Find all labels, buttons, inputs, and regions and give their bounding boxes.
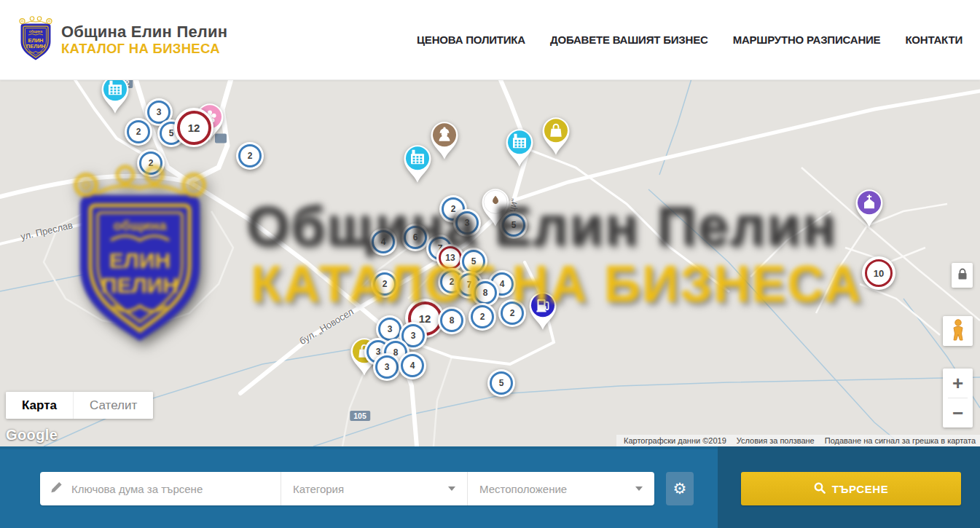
nav-item-add-business[interactable]: ДОБАВЕТЕ ВАШИЯТ БИЗНЕС <box>550 34 708 46</box>
main-nav: ЦЕНОВА ПОЛИТИКА ДОБАВЕТЕ ВАШИЯТ БИЗНЕС М… <box>417 34 963 46</box>
map-cluster-marker[interactable]: 2 <box>236 142 264 170</box>
category-select-label: Категория <box>293 483 344 495</box>
svg-text:ЕЛИН: ЕЛИН <box>28 37 43 44</box>
search-fields: Категория Местоположение <box>40 472 654 505</box>
map-pin-factory-icon[interactable] <box>503 127 536 168</box>
lock-control[interactable] <box>952 263 973 288</box>
search-bar: Категория Местоположение ⚙ ТЪРСЕНЕ <box>0 446 980 528</box>
zoom-in-button[interactable]: + <box>943 369 973 398</box>
maptype-map-button[interactable]: Карта <box>6 392 73 419</box>
gear-icon: ⚙ <box>673 480 687 497</box>
map-cluster-marker[interactable]: 2 <box>469 303 496 331</box>
municipality-crest-logo: община ЕЛИН ПЕЛИН <box>17 15 54 64</box>
zoom-out-button[interactable]: − <box>943 398 973 427</box>
keyword-search-input[interactable] <box>70 482 270 496</box>
nav-item-contacts[interactable]: КОНТАКТИ <box>905 34 963 46</box>
map-copyright: Картографски данни ©2019 <box>624 436 726 445</box>
padlock-icon <box>957 268 968 283</box>
site-logo-link[interactable]: община ЕЛИН ПЕЛИН Община Елин Пелин КАТА… <box>17 15 227 64</box>
map-pin-factory-icon[interactable] <box>99 80 131 114</box>
map-cluster-marker[interactable]: 3 <box>453 209 481 237</box>
map-pin-worker-icon[interactable] <box>428 119 460 160</box>
svg-text:ПЕЛИН: ПЕЛИН <box>26 43 45 50</box>
search-icon <box>814 482 826 496</box>
map-cluster-marker[interactable]: 6 <box>401 224 429 251</box>
pegman-control[interactable] <box>943 316 973 346</box>
category-select[interactable]: Категория <box>281 472 467 505</box>
map-cluster-marker[interactable]: 8 <box>471 279 499 307</box>
site-subtitle: КАТАЛОГ НА БИЗНЕСА <box>61 41 227 57</box>
map-cluster-marker[interactable]: 8 <box>438 307 466 334</box>
map-cluster-marker[interactable]: 4 <box>399 352 426 379</box>
map-cluster-marker[interactable]: 5 <box>487 369 515 397</box>
search-button[interactable]: ТЪРСЕНЕ <box>741 472 961 505</box>
site-title: Община Елин Пелин <box>61 23 227 41</box>
site-header: община ЕЛИН ПЕЛИН Община Елин Пелин КАТА… <box>0 0 980 80</box>
terms-link[interactable]: Условия за ползване <box>737 436 815 445</box>
pencil-icon <box>50 481 63 497</box>
map-cluster-marker[interactable]: 3 <box>373 353 401 381</box>
google-logo[interactable]: Google <box>6 427 58 444</box>
chevron-down-icon <box>448 486 455 491</box>
map-cluster-marker[interactable]: 4 <box>369 228 397 256</box>
map-cluster-marker[interactable]: 2 <box>371 270 399 298</box>
nav-item-route-schedule[interactable]: МАРШРУТНО РАЗПИСАНИЕ <box>733 34 881 46</box>
zoom-control: + − <box>943 369 973 427</box>
map-pin-church-icon[interactable] <box>853 187 885 228</box>
pegman-icon <box>950 319 966 344</box>
map-cluster-marker[interactable]: 2 <box>125 118 152 146</box>
chevron-down-icon <box>635 486 643 491</box>
advanced-settings-button[interactable]: ⚙ <box>666 472 694 505</box>
google-map-canvas[interactable]: 6002105 ул. Преславбул. „Новоселци“ <box>0 80 980 446</box>
maptype-control: Карта Сателит <box>6 392 153 419</box>
map-cluster-marker[interactable]: 10 <box>862 256 895 290</box>
map-cluster-marker[interactable]: 12 <box>174 108 213 147</box>
map-cluster-marker[interactable]: 2 <box>137 149 165 177</box>
location-select-label: Местоположение <box>479 483 567 495</box>
map-pin-bag-icon[interactable] <box>540 115 572 156</box>
search-button-label: ТЪРСЕНЕ <box>832 483 889 495</box>
location-select[interactable]: Местоположение <box>467 472 654 505</box>
nav-item-pricing[interactable]: ЦЕНОВА ПОЛИТИКА <box>417 34 525 46</box>
map-attribution: Картографски данни ©2019 Условия за полз… <box>616 435 980 446</box>
map-pin-fuel-icon[interactable] <box>527 290 559 331</box>
map-cluster-marker[interactable]: 2 <box>498 299 526 327</box>
map-cluster-marker[interactable]: 5 <box>500 211 528 239</box>
report-error-link[interactable]: Подаване на сигнал за грешка в картата <box>825 436 976 445</box>
maptype-satellite-button[interactable]: Сателит <box>73 392 153 419</box>
svg-text:община: община <box>29 29 43 34</box>
keyword-field-wrap <box>40 472 281 505</box>
